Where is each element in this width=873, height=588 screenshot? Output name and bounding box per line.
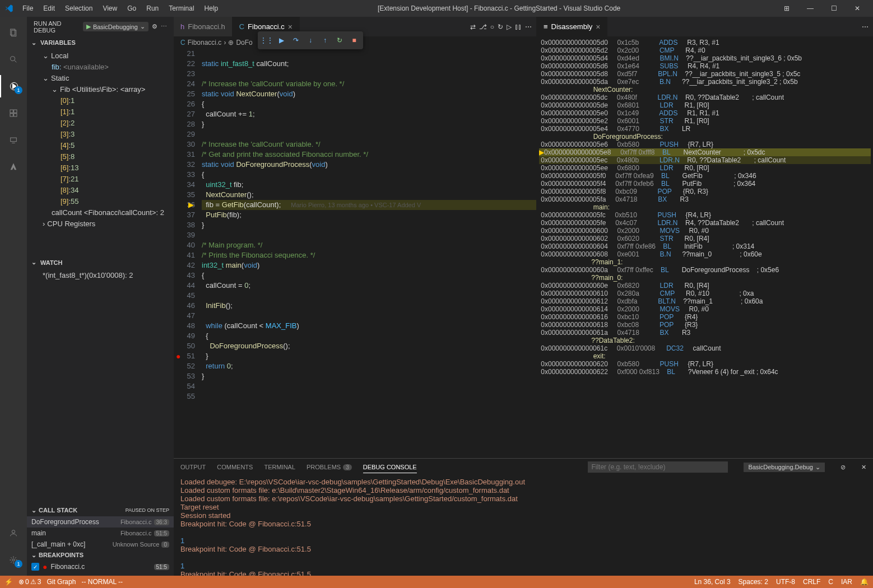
array-item[interactable]: [1]: 1 [27,106,174,117]
status-encoding[interactable]: UTF-8 [776,578,795,586]
branch-icon[interactable]: ⎇ [479,23,487,31]
stop-icon[interactable]: ■ [347,34,361,47]
clear-icon[interactable]: ⊘ [841,464,846,471]
menu-help[interactable]: Help [200,2,223,15]
svg-rect-10 [11,138,17,142]
editor-group-left: h Fibonacci.h C Fibonacci.c × ⇄ ⎇ ○ ↻ ▷ [174,17,537,458]
status-spaces[interactable]: Spaces: 2 [739,578,768,586]
array-item[interactable]: [8]: 34 [27,184,174,195]
more-tab-icon[interactable]: ⋯ [525,23,532,31]
layout-control-icon[interactable]: ⊞ [776,0,798,17]
debug-console-output[interactable]: Loaded debugee: E:\repos\VSCode\iar-vsc-… [174,475,873,576]
maximize-icon[interactable]: ☐ [823,0,845,17]
split-icon[interactable]: ⫿⫿ [515,23,522,31]
debug-config-select[interactable]: ▶ BasicDebugging ⌄ [83,22,148,31]
continue-icon[interactable]: ▶ [275,34,288,47]
panel-filter-input[interactable] [588,461,728,473]
grip-icon[interactable]: ⋮⋮ [260,34,273,47]
remote-icon[interactable]: ⚡ [4,578,13,586]
warning-icon: ⚠ [30,578,36,586]
variables-header[interactable]: ⌄ VARIABLES [27,36,174,49]
array-item[interactable]: [4]: 5 [27,139,174,151]
scope-static[interactable]: ⌄Static [27,72,174,83]
menu-view[interactable]: View [98,2,122,15]
tab-fibonacci-h[interactable]: h Fibonacci.h [174,17,233,36]
menu-go[interactable]: Go [123,2,141,15]
tab-disassembly[interactable]: ≡ Disassembly × [537,17,607,36]
var-callcount[interactable]: callCount <Fibonacci\callCount>: 2 [27,207,174,218]
menu-run[interactable]: Run [142,2,163,15]
menu-file[interactable]: File [18,2,38,15]
checkbox-icon[interactable]: ✓ [31,563,39,571]
activity-remote[interactable] [0,129,27,151]
watch-item[interactable]: *(int_fast8_t*)(0x10'0008): 2 [27,270,174,281]
callstack-header[interactable]: ⌄CALL STACK PAUSED ON STEP [27,504,174,516]
close-panel-icon[interactable]: ✕ [861,464,866,471]
var-fib-array[interactable]: ⌄Fib <Utilities\Fib>: <array> [27,83,174,95]
activity-settings[interactable]: 1 [0,549,27,571]
watch-header[interactable]: ⌄ WATCH [27,256,174,269]
status-cursor[interactable]: Ln 36, Col 3 [694,578,731,586]
stackframe[interactable]: mainFibonacci.c51:5 [27,528,174,539]
disasm-icon: ≡ [544,22,548,31]
status-eol[interactable]: CRLF [803,578,820,586]
panel-session-select[interactable]: BasicDebugging.Debug⌄ [744,463,825,472]
panel-tab-terminal[interactable]: TERMINAL [264,461,295,473]
more-tab-icon[interactable]: ⋯ [862,23,869,31]
menu-edit[interactable]: Edit [39,2,59,15]
gear-icon[interactable]: ⚙ [152,23,157,30]
array-item[interactable]: [3]: 3 [27,128,174,139]
breakpoint-item[interactable]: ✓ ● Fibonacci.c 51:5 [27,561,174,572]
menu-selection[interactable]: Selection [61,2,97,15]
status-problems[interactable]: ⊗0 ⚠3 [18,578,41,586]
step-into-icon[interactable]: ↓ [304,34,317,47]
activity-account[interactable] [0,522,27,544]
status-vendor[interactable]: IAR [841,578,852,586]
array-item[interactable]: [7]: 21 [27,173,174,184]
panel-tab-comments[interactable]: COMMENTS [217,461,253,473]
array-item[interactable]: [6]: 13 [27,162,174,173]
more-icon[interactable]: ⋯ [161,23,167,30]
compare-icon[interactable]: ⇄ [470,23,476,31]
activity-atlassian[interactable] [0,156,27,178]
activity-extensions[interactable] [0,102,27,124]
activity-explorer[interactable] [0,21,27,44]
status-git[interactable]: Git Graph [47,578,76,586]
close-tab-icon[interactable]: × [596,22,600,31]
step-over-icon[interactable]: ↷ [289,34,303,47]
scope-local[interactable]: ⌄Local [27,50,174,61]
menu-terminal[interactable]: Terminal [164,2,198,15]
file-h-icon: h [180,22,184,31]
stackframe[interactable]: [_call_main + 0xc]Unknown Source0 [27,539,174,550]
panel-tab-output[interactable]: OUTPUT [180,461,206,473]
disassembly-content[interactable]: 0x00000000000005d0 0x1c5b ADDS R3, R3, #… [537,36,873,458]
close-icon[interactable]: ✕ [846,0,869,17]
breakpoints-header[interactable]: ⌄BREAKPOINTS [27,549,174,561]
array-item[interactable]: [5]: 8 [27,151,174,162]
scope-cpu[interactable]: ›CPU Registers [27,218,174,229]
bell-icon[interactable]: 🔔 [860,578,869,586]
var-fib[interactable]: fib: <unavailable> [27,61,174,72]
activity-debug[interactable]: 1 [0,75,27,97]
array-item[interactable]: [2]: 2 [27,117,174,128]
play-tab-icon[interactable]: ▷ [507,23,512,31]
activity-search[interactable] [0,48,27,71]
chevron-down-icon: ⌄ [31,552,36,558]
panel-tab-debug-console[interactable]: DEBUG CONSOLE [363,461,417,473]
callstack-status: PAUSED ON STEP [126,507,169,513]
minimize-icon[interactable]: — [799,0,821,17]
editor-content[interactable]: 2122232425262728293031323334353637383940… [174,49,536,458]
step-out-icon[interactable]: ↑ [318,34,332,47]
svg-rect-6 [10,110,13,113]
circle-icon[interactable]: ○ [490,23,494,31]
panel-tab-problems[interactable]: PROBLEMS3 [307,461,352,473]
svg-rect-7 [14,110,17,113]
stackframe[interactable]: DoForegroundProcessFibonacci.c36:3 [27,516,174,528]
status-lang[interactable]: C [828,578,833,586]
restart-icon[interactable]: ↻ [333,34,346,47]
array-item[interactable]: [9]: 55 [27,195,174,207]
close-tab-icon[interactable]: × [288,22,292,31]
refresh-icon[interactable]: ↻ [498,23,503,31]
array-item[interactable]: [0]: 1 [27,95,174,106]
menu-bar: File Edit Selection View Go Run Terminal… [18,2,222,15]
